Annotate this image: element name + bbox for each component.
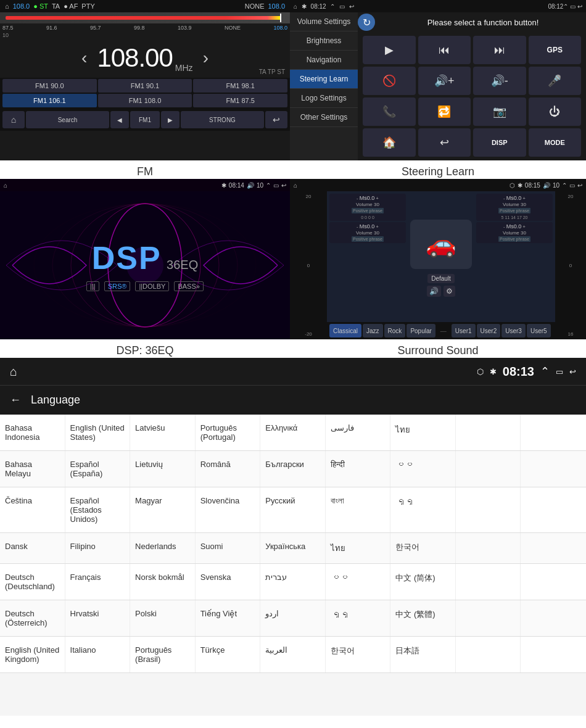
lang-cell-turkish[interactable]: Türkçe bbox=[196, 637, 261, 672]
st-mute-button[interactable]: 🚫 bbox=[363, 67, 416, 95]
eq-rr-minus[interactable]: - bbox=[503, 224, 505, 230]
lang-cell-slovak[interactable]: Slovenčina bbox=[196, 487, 261, 532]
eq-rr-plus[interactable]: + bbox=[522, 224, 526, 230]
surround-default-button[interactable]: Default bbox=[427, 274, 455, 283]
fm-next-track-button[interactable]: ▶ bbox=[161, 111, 180, 128]
language-back-button[interactable]: ← bbox=[10, 394, 21, 407]
steering-refresh-icon[interactable]: ↻ bbox=[358, 14, 375, 31]
surround-speaker-icon[interactable]: 🔊 bbox=[427, 286, 441, 297]
lang-cell-swedish[interactable]: Svenska bbox=[196, 564, 261, 600]
st-back-button[interactable]: ↩ bbox=[418, 128, 471, 157]
lang-cell-vietnamese[interactable]: Tiếng Việt bbox=[196, 600, 261, 636]
lang-cell-croatian[interactable]: Hrvatski bbox=[65, 600, 131, 636]
fm-preset-1[interactable]: FM1 90.0 bbox=[2, 79, 97, 93]
sidebar-volume-settings[interactable]: Volume Settings bbox=[290, 12, 358, 31]
sidebar-steering-learn[interactable]: Steering Learn bbox=[290, 70, 358, 89]
fm-search-button[interactable]: Search bbox=[26, 111, 109, 128]
st-call-button[interactable]: 📞 bbox=[363, 97, 416, 126]
fm-preset-2[interactable]: FM1 90.1 bbox=[98, 79, 192, 93]
lang-cell-urdu[interactable]: اردو bbox=[260, 600, 326, 636]
surround-tab-jazz[interactable]: Jazz bbox=[363, 324, 383, 337]
lang-cell-filipino[interactable]: Filipino bbox=[65, 533, 131, 563]
lang-cell-burmese-2[interactable]: ပပ bbox=[326, 564, 391, 600]
st-camera-button[interactable]: 📷 bbox=[473, 97, 526, 126]
lang-cell-japanese[interactable]: 日本語 bbox=[390, 637, 456, 672]
fm-preset-5[interactable]: FM1 108.0 bbox=[98, 94, 192, 107]
lang-cell-german-at[interactable]: Deutsch (Österreich) bbox=[0, 600, 65, 636]
sidebar-navigation[interactable]: Navigation bbox=[290, 51, 358, 70]
lang-cell-norwegian[interactable]: Norsk bokmål bbox=[130, 564, 196, 600]
eq-fl-plus[interactable]: + bbox=[376, 196, 379, 201]
sidebar-brightness[interactable]: Brightness bbox=[290, 31, 358, 51]
lang-cell-burmese[interactable]: ပပ bbox=[390, 451, 456, 487]
surround-tab-popular[interactable]: Popular bbox=[406, 324, 435, 337]
lang-cell-czech[interactable]: Čeština bbox=[0, 487, 65, 532]
lang-cell-greek[interactable]: Ελληνικά bbox=[260, 415, 326, 450]
lang-cell-korean-2[interactable]: 한국어 bbox=[326, 637, 391, 672]
lang-cell-spanish-es[interactable]: Español (España) bbox=[65, 451, 131, 487]
lang-cell-thai-2[interactable]: ไทย bbox=[326, 533, 391, 563]
lang-cell-german-de[interactable]: Deutsch (Deutschland) bbox=[0, 564, 65, 600]
lang-cell-english-us[interactable]: English (United States) bbox=[65, 415, 131, 450]
eq-fr-minus[interactable]: - bbox=[503, 196, 505, 201]
lang-cell-hungarian[interactable]: Magyar bbox=[130, 487, 196, 532]
lang-cell-thai[interactable]: ไทย bbox=[390, 415, 456, 450]
eq-fr-plus[interactable]: + bbox=[522, 196, 526, 201]
lang-cell-bengali[interactable]: বাংলা bbox=[326, 487, 391, 532]
lang-cell-bahasa-indonesia[interactable]: Bahasa Indonesia bbox=[0, 415, 65, 450]
fm-fm1-button[interactable]: FM1 bbox=[130, 111, 160, 128]
fm-preset-6[interactable]: FM1 87.5 bbox=[193, 94, 287, 107]
lang-cell-danish[interactable]: Dansk bbox=[0, 533, 65, 563]
lang-cell-hindi[interactable]: हिन्दी bbox=[326, 451, 391, 487]
surround-tab-rock[interactable]: Rock bbox=[384, 324, 406, 337]
surround-settings-icon[interactable]: ⚙ bbox=[444, 286, 455, 297]
lang-cell-korean[interactable]: 한국어 bbox=[390, 533, 456, 563]
st-repeat-button[interactable]: 🔁 bbox=[418, 97, 471, 126]
lang-cell-mon[interactable]: ၡၡ bbox=[390, 487, 456, 532]
lang-cell-latviesu[interactable]: Latviešu bbox=[130, 415, 196, 450]
st-vol-down-button[interactable]: 🔊- bbox=[473, 67, 526, 95]
lang-cell-ukrainian[interactable]: Українська bbox=[260, 533, 326, 563]
lang-cell-polish[interactable]: Polski bbox=[130, 600, 196, 636]
lang-cell-arabic[interactable]: العربية bbox=[260, 637, 326, 672]
surround-tab-user2[interactable]: User2 bbox=[477, 324, 501, 337]
lang-cell-portuguese-br[interactable]: Português (Brasil) bbox=[130, 637, 196, 672]
eq-rl-plus[interactable]: + bbox=[376, 224, 379, 230]
st-mic-button[interactable]: 🎤 bbox=[529, 67, 582, 95]
surround-tab-classical[interactable]: Classical bbox=[329, 324, 361, 337]
fm-prev-button[interactable]: ‹ bbox=[72, 48, 97, 68]
lang-cell-italian[interactable]: Italiano bbox=[65, 637, 131, 672]
st-gps-button[interactable]: GPS bbox=[529, 36, 582, 64]
fm-strong-button[interactable]: STRONG bbox=[181, 111, 264, 128]
fm-home-button[interactable]: ⌂ bbox=[2, 111, 25, 128]
lang-cell-chinese-traditional[interactable]: 中文 (繁體) bbox=[390, 600, 456, 636]
st-play-button[interactable]: ▶ bbox=[363, 36, 416, 64]
st-mode-button[interactable]: MODE bbox=[529, 128, 582, 157]
lang-cell-lithuanian[interactable]: Lietuvių bbox=[130, 451, 196, 487]
fm-prev-track-button[interactable]: ◀ bbox=[110, 111, 129, 128]
lang-cell-portuguese-pt[interactable]: Português (Portugal) bbox=[196, 415, 261, 450]
lang-cell-chinese-simplified[interactable]: 中文 (简体) bbox=[390, 564, 456, 600]
lang-cell-bulgarian[interactable]: Български bbox=[260, 451, 326, 487]
fm-back-button[interactable]: ↩ bbox=[265, 111, 287, 128]
sidebar-other-settings[interactable]: Other Settings bbox=[290, 108, 358, 127]
lang-cell-finnish[interactable]: Suomi bbox=[196, 533, 261, 563]
sidebar-logo-settings[interactable]: Logo Settings bbox=[290, 89, 358, 108]
lang-cell-mon-2[interactable]: ၡၡ bbox=[326, 600, 391, 636]
surround-tab-user3[interactable]: User3 bbox=[501, 324, 526, 337]
st-next-button[interactable]: ⏭ bbox=[473, 36, 526, 64]
lang-cell-romanian[interactable]: Română bbox=[196, 451, 261, 487]
lang-cell-russian[interactable]: Русский bbox=[260, 487, 326, 532]
st-disp-button[interactable]: DISP bbox=[473, 128, 526, 157]
st-home-button[interactable]: 🏠 bbox=[363, 128, 416, 157]
lang-cell-persian[interactable]: فارسی bbox=[326, 415, 391, 450]
surround-tab-user1[interactable]: User1 bbox=[452, 324, 476, 337]
fm-preset-4[interactable]: FM1 106.1 bbox=[2, 94, 97, 107]
lang-cell-dutch[interactable]: Nederlands bbox=[130, 533, 196, 563]
lang-cell-english-uk[interactable]: English (United Kingdom) bbox=[0, 637, 65, 672]
fm-preset-3[interactable]: FM1 98.1 bbox=[193, 79, 287, 93]
st-vol-up-button[interactable]: 🔊+ bbox=[418, 67, 471, 95]
eq-fl-minus[interactable]: - bbox=[357, 196, 358, 201]
lang-cell-spanish-us[interactable]: Español (Estados Unidos) bbox=[65, 487, 131, 532]
st-prev-button[interactable]: ⏮ bbox=[418, 36, 471, 64]
